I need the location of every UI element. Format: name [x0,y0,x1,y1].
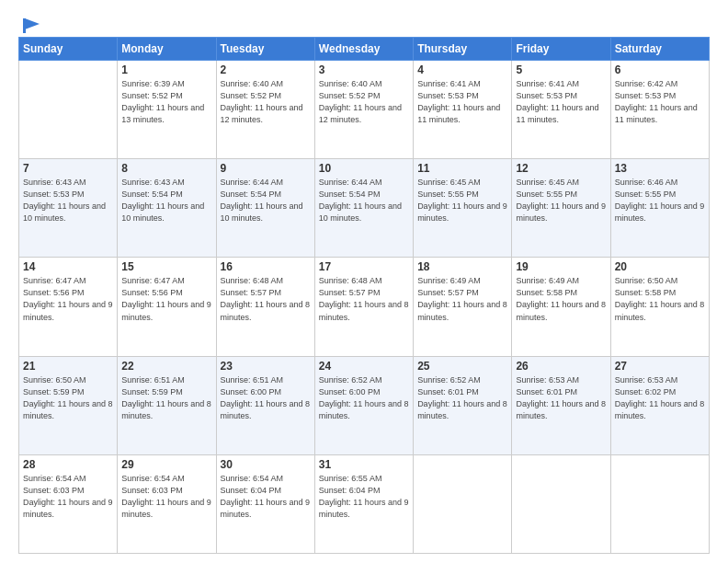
calendar-cell: 16Sunrise: 6:48 AMSunset: 5:57 PMDayligh… [216,258,314,356]
calendar-cell: 17Sunrise: 6:48 AMSunset: 5:57 PMDayligh… [314,258,413,356]
day-number: 9 [221,162,311,175]
day-info: Sunrise: 6:53 AMSunset: 6:02 PMDaylight:… [615,374,705,422]
day-number: 11 [417,162,507,175]
day-number: 5 [516,63,606,76]
day-number: 18 [417,260,507,273]
calendar-cell: 26Sunrise: 6:53 AMSunset: 6:01 PMDayligh… [512,356,610,454]
calendar-row: 28Sunrise: 6:54 AMSunset: 6:03 PMDayligh… [19,454,710,553]
calendar-cell: 14Sunrise: 6:47 AMSunset: 5:56 PMDayligh… [19,258,118,356]
weekday-header: Monday [118,38,216,61]
calendar-cell: 12Sunrise: 6:45 AMSunset: 5:55 PMDayligh… [512,159,610,258]
day-info: Sunrise: 6:43 AMSunset: 5:53 PMDaylight:… [23,177,113,224]
day-number: 16 [221,260,311,273]
calendar-header-row: SundayMondayTuesdayWednesdayThursdayFrid… [19,38,710,61]
calendar-cell: 31Sunrise: 6:55 AMSunset: 6:04 PMDayligh… [314,454,413,553]
day-number: 27 [615,360,705,373]
day-info: Sunrise: 6:47 AMSunset: 5:56 PMDaylight:… [23,275,113,323]
day-info: Sunrise: 6:47 AMSunset: 5:56 PMDaylight:… [121,275,211,323]
calendar-cell: 8Sunrise: 6:43 AMSunset: 5:54 PMDaylight… [118,159,216,258]
day-number: 14 [23,260,113,273]
calendar-cell: 4Sunrise: 6:41 AMSunset: 5:53 PMDaylight… [414,61,512,159]
calendar-cell: 15Sunrise: 6:47 AMSunset: 5:56 PMDayligh… [118,258,216,356]
calendar-cell [19,61,118,159]
calendar-cell: 24Sunrise: 6:52 AMSunset: 6:00 PMDayligh… [314,356,413,454]
calendar-cell: 23Sunrise: 6:51 AMSunset: 6:00 PMDayligh… [216,356,314,454]
calendar-cell: 18Sunrise: 6:49 AMSunset: 5:57 PMDayligh… [414,258,512,356]
calendar-cell: 30Sunrise: 6:54 AMSunset: 6:04 PMDayligh… [216,454,314,553]
day-number: 28 [23,458,113,471]
calendar-cell: 13Sunrise: 6:46 AMSunset: 5:55 PMDayligh… [610,159,709,258]
calendar-cell: 27Sunrise: 6:53 AMSunset: 6:02 PMDayligh… [610,356,709,454]
header [18,17,710,29]
day-number: 24 [319,360,409,373]
calendar-cell: 22Sunrise: 6:51 AMSunset: 5:59 PMDayligh… [118,356,216,454]
day-number: 10 [319,162,409,175]
calendar-table: SundayMondayTuesdayWednesdayThursdayFrid… [18,37,710,554]
day-info: Sunrise: 6:46 AMSunset: 5:55 PMDaylight:… [615,177,705,224]
day-info: Sunrise: 6:41 AMSunset: 5:53 PMDaylight:… [516,78,606,126]
day-info: Sunrise: 6:43 AMSunset: 5:54 PMDaylight:… [121,177,211,224]
day-number: 22 [121,360,211,373]
calendar-cell: 25Sunrise: 6:52 AMSunset: 6:01 PMDayligh… [414,356,512,454]
weekday-header: Saturday [610,38,709,61]
day-number: 23 [221,360,311,373]
calendar-cell: 19Sunrise: 6:49 AMSunset: 5:58 PMDayligh… [512,258,610,356]
day-number: 6 [615,63,705,76]
calendar-cell: 3Sunrise: 6:40 AMSunset: 5:52 PMDaylight… [314,61,413,159]
day-info: Sunrise: 6:55 AMSunset: 6:04 PMDaylight:… [319,473,409,521]
calendar-cell: 1Sunrise: 6:39 AMSunset: 5:52 PMDaylight… [118,61,216,159]
day-info: Sunrise: 6:40 AMSunset: 5:52 PMDaylight:… [221,78,311,126]
weekday-header: Thursday [414,38,512,61]
day-info: Sunrise: 6:48 AMSunset: 5:57 PMDaylight:… [319,275,409,323]
day-info: Sunrise: 6:51 AMSunset: 5:59 PMDaylight:… [121,374,211,422]
calendar-row: 1Sunrise: 6:39 AMSunset: 5:52 PMDaylight… [19,61,710,159]
day-number: 12 [516,162,606,175]
calendar-cell: 5Sunrise: 6:41 AMSunset: 5:53 PMDaylight… [512,61,610,159]
calendar-cell: 28Sunrise: 6:54 AMSunset: 6:03 PMDayligh… [19,454,118,553]
day-number: 21 [23,360,113,373]
calendar-cell: 20Sunrise: 6:50 AMSunset: 5:58 PMDayligh… [610,258,709,356]
day-number: 30 [221,458,311,471]
day-number: 13 [615,162,705,175]
calendar-cell: 11Sunrise: 6:45 AMSunset: 5:55 PMDayligh… [414,159,512,258]
svg-marker-0 [25,18,40,29]
page: SundayMondayTuesdayWednesdayThursdayFrid… [0,0,728,563]
day-number: 25 [417,360,507,373]
calendar-cell: 9Sunrise: 6:44 AMSunset: 5:54 PMDaylight… [216,159,314,258]
day-number: 19 [516,260,606,273]
day-number: 29 [121,458,211,471]
calendar-cell: 7Sunrise: 6:43 AMSunset: 5:53 PMDaylight… [19,159,118,258]
calendar-cell: 29Sunrise: 6:54 AMSunset: 6:03 PMDayligh… [118,454,216,553]
logo-flag-icon [21,17,41,35]
weekday-header: Tuesday [216,38,314,61]
day-info: Sunrise: 6:44 AMSunset: 5:54 PMDaylight:… [319,177,409,224]
day-number: 3 [319,63,409,76]
day-info: Sunrise: 6:54 AMSunset: 6:03 PMDaylight:… [23,473,113,521]
calendar-cell [414,454,512,553]
weekday-header: Friday [512,38,610,61]
day-number: 4 [417,63,507,76]
calendar-cell [512,454,610,553]
logo [18,17,41,29]
svg-rect-1 [23,18,26,33]
day-number: 20 [615,260,705,273]
calendar-row: 21Sunrise: 6:50 AMSunset: 5:59 PMDayligh… [19,356,710,454]
weekday-header: Wednesday [314,38,413,61]
day-info: Sunrise: 6:49 AMSunset: 5:58 PMDaylight:… [516,275,606,323]
day-info: Sunrise: 6:54 AMSunset: 6:04 PMDaylight:… [221,473,311,521]
day-number: 8 [121,162,211,175]
day-number: 2 [221,63,311,76]
calendar-cell: 2Sunrise: 6:40 AMSunset: 5:52 PMDaylight… [216,61,314,159]
calendar-cell: 10Sunrise: 6:44 AMSunset: 5:54 PMDayligh… [314,159,413,258]
day-info: Sunrise: 6:50 AMSunset: 5:59 PMDaylight:… [23,374,113,422]
day-info: Sunrise: 6:41 AMSunset: 5:53 PMDaylight:… [417,78,507,126]
day-number: 1 [121,63,211,76]
day-number: 26 [516,360,606,373]
day-number: 7 [23,162,113,175]
day-info: Sunrise: 6:45 AMSunset: 5:55 PMDaylight:… [516,177,606,224]
day-info: Sunrise: 6:50 AMSunset: 5:58 PMDaylight:… [615,275,705,323]
calendar-cell: 6Sunrise: 6:42 AMSunset: 5:53 PMDaylight… [610,61,709,159]
day-number: 15 [121,260,211,273]
calendar-row: 14Sunrise: 6:47 AMSunset: 5:56 PMDayligh… [19,258,710,356]
day-info: Sunrise: 6:54 AMSunset: 6:03 PMDaylight:… [121,473,211,521]
